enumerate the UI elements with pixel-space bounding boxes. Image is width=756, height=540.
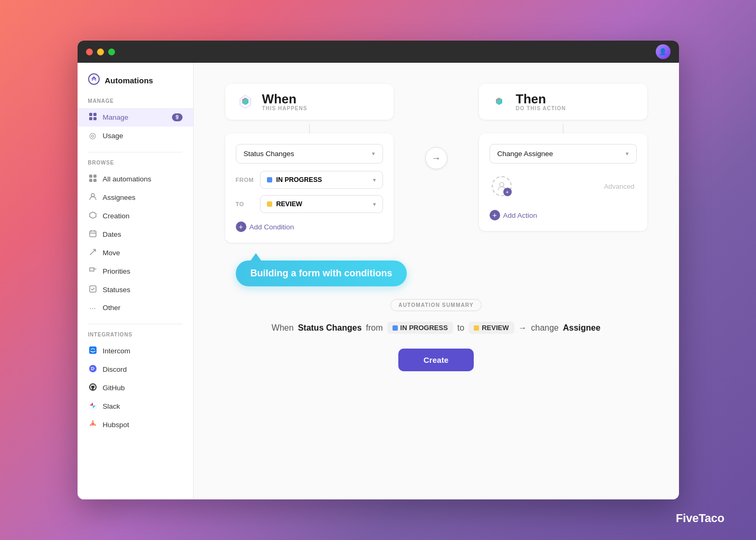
trigger-select-chevron: ▾ [372, 150, 375, 157]
summary-review-dot [474, 325, 479, 331]
svg-point-13 [91, 349, 92, 350]
add-condition-icon: + [236, 221, 246, 232]
vert-connector-2 [563, 124, 563, 133]
svg-rect-4 [93, 117, 97, 120]
arrow-connector: → [425, 84, 447, 169]
from-label: FROM [236, 177, 255, 183]
github-label: GitHub [103, 384, 125, 392]
discord-icon [88, 364, 98, 374]
maximize-button[interactable] [108, 49, 115, 55]
intercom-icon [88, 346, 98, 356]
vert-connector-1 [309, 124, 310, 133]
svg-point-14 [92, 348, 93, 349]
tooltip-container: Building a form with conditions [236, 253, 647, 286]
summary-assignee: Assignee [563, 323, 600, 333]
automation-builder: When THIS HAPPENS Status Changes ▾ [225, 84, 647, 371]
sidebar-item-statuses[interactable]: Statuses [78, 281, 193, 299]
svg-rect-22 [90, 404, 93, 406]
close-button[interactable] [86, 49, 93, 55]
svg-point-32 [500, 182, 504, 187]
tooltip-bubble[interactable]: Building a form with conditions [236, 261, 407, 286]
priorities-label: Priorities [103, 267, 131, 275]
svg-point-28 [94, 425, 96, 426]
to-status-chevron: ▾ [373, 201, 376, 208]
sidebar-item-other[interactable]: ··· Other [78, 299, 193, 316]
summary-text: When Status Changes from IN PROGRESS to … [225, 322, 647, 334]
svg-point-15 [93, 349, 94, 350]
create-button[interactable]: Create [398, 349, 474, 371]
advanced-link[interactable]: Advanced [604, 182, 635, 190]
other-label: Other [103, 304, 121, 312]
sidebar-item-assignees[interactable]: Assignees [78, 188, 193, 207]
add-action-button[interactable]: + Add Action [490, 210, 538, 220]
summary-to: to [457, 323, 464, 333]
sidebar-item-dates[interactable]: Dates [78, 225, 193, 244]
svg-rect-24 [93, 406, 95, 407]
slack-label: Slack [103, 402, 120, 410]
manage-section-label: MANAGE [78, 98, 193, 108]
svg-rect-10 [90, 231, 96, 237]
sidebar-item-github[interactable]: GitHub [78, 379, 193, 397]
sidebar-item-hubspot[interactable]: Hubspot [78, 416, 193, 434]
to-row: TO REVIEW ▾ [236, 195, 383, 213]
then-label: Then [516, 93, 566, 105]
svg-point-26 [92, 420, 93, 422]
integrations-section-label: INTEGRATIONS [78, 332, 193, 342]
svg-line-31 [91, 425, 91, 425]
sidebar-item-all-automations[interactable]: All automations [78, 170, 193, 188]
sidebar-item-intercom[interactable]: Intercom [78, 342, 193, 360]
from-status-dot [267, 177, 272, 182]
tooltip-arrow-wrapper [245, 253, 261, 261]
action-select-row: Change Assignee ▾ [490, 144, 637, 163]
from-status-select[interactable]: IN PROGRESS ▾ [260, 171, 383, 189]
add-condition-button[interactable]: + Add Condition [236, 221, 294, 232]
tooltip-arrow [251, 253, 261, 261]
move-icon [88, 248, 98, 258]
browse-section-label: BROWSE [78, 160, 193, 170]
to-label: TO [236, 201, 255, 207]
sidebar-item-move[interactable]: Move [78, 244, 193, 262]
summary-in-progress-dot [393, 325, 398, 331]
usage-icon: ◎ [88, 131, 98, 140]
svg-point-9 [91, 194, 94, 197]
summary-label: AUTOMATION SUMMARY [390, 299, 482, 311]
summary-when: When [272, 323, 294, 333]
trigger-column: When THIS HAPPENS Status Changes ▾ [225, 84, 394, 243]
then-title-block: Then DO THIS ACTION [516, 93, 566, 111]
sidebar-item-manage[interactable]: Manage 9 [78, 108, 193, 127]
sidebar-item-discord[interactable]: Discord [78, 360, 193, 379]
sidebar: Automations MANAGE Manage 9 ◎ Usage [78, 63, 194, 499]
action-card: Change Assignee ▾ + [479, 133, 647, 231]
action-select[interactable]: Change Assignee ▾ [490, 144, 637, 163]
action-select-value: Change Assignee [497, 150, 553, 158]
summary-status-changes: Status Changes [298, 323, 362, 333]
manage-icon [88, 112, 98, 122]
sidebar-item-priorities[interactable]: Priorities [78, 262, 193, 281]
sidebar-item-creation[interactable]: Creation [78, 207, 193, 225]
manage-label: Manage [103, 113, 129, 121]
svg-rect-1 [89, 113, 92, 116]
hubspot-label: Hubspot [103, 421, 129, 429]
to-status-select[interactable]: REVIEW ▾ [260, 195, 383, 213]
sidebar-item-usage[interactable]: ◎ Usage [78, 127, 193, 144]
summary-review-text: REVIEW [482, 324, 509, 332]
summary-review-badge: REVIEW [468, 322, 514, 334]
main-window: 👤 Automations MANAGE [78, 41, 679, 499]
sidebar-item-slack[interactable]: Slack [78, 397, 193, 416]
fivetaco-brand: FiveTaco [676, 512, 724, 525]
svg-point-17 [91, 368, 92, 369]
creation-label: Creation [103, 212, 130, 220]
priorities-icon [88, 266, 98, 276]
condition-card: Status Changes ▾ FROM IN PROGRESS [225, 133, 394, 243]
user-avatar[interactable]: 👤 [656, 44, 671, 59]
assignee-avatar[interactable]: + [492, 176, 512, 196]
trigger-select[interactable]: Status Changes ▾ [236, 144, 383, 163]
content-area: When THIS HAPPENS Status Changes ▾ [194, 63, 679, 499]
discord-label: Discord [103, 365, 127, 373]
divider-2 [88, 324, 183, 324]
when-label: When [262, 93, 308, 105]
minimize-button[interactable] [97, 49, 104, 55]
sidebar-logo-icon [88, 73, 100, 88]
hubspot-icon [88, 420, 98, 430]
creation-icon [88, 211, 98, 221]
